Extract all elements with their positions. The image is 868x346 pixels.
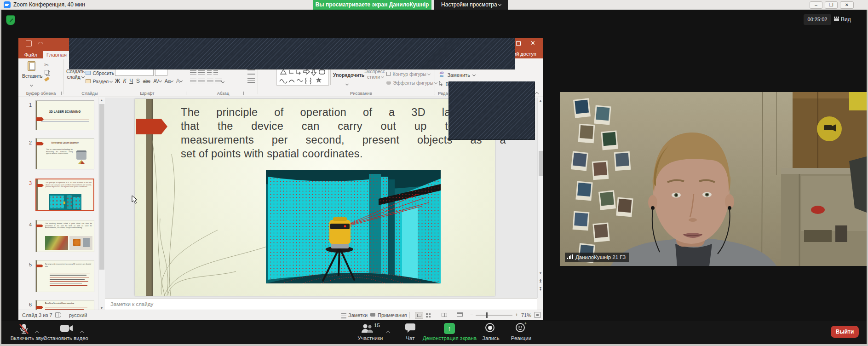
slide-thumbnail-2[interactable]: Terrestrial Laser Scanner This is a non-…: [35, 138, 94, 169]
chat-icon[interactable]: [405, 323, 415, 334]
clipboard-dialog-launcher[interactable]: [58, 92, 62, 95]
zoom-slider-track[interactable]: [476, 315, 512, 316]
slide-thumbnail-6[interactable]: Benefits of terrestrial laser scanning:: [35, 300, 94, 311]
thumbnails-scrollbar[interactable]: ▲ ▼: [98, 98, 105, 311]
grid-icon: [834, 17, 839, 21]
bold-button[interactable]: Ж: [115, 78, 120, 84]
ppt-close-icon[interactable]: ✕: [530, 40, 535, 46]
new-slide-button[interactable]: Создать слайд: [66, 69, 85, 80]
font-dialog-launcher[interactable]: [183, 92, 186, 95]
security-shield-icon[interactable]: [6, 15, 15, 25]
tab-file[interactable]: Файл: [21, 51, 41, 58]
zoom-level[interactable]: 71%: [521, 310, 531, 320]
change-case-button[interactable]: Aa: [165, 78, 171, 84]
window-title: Zoom Конференция, 40 мин: [13, 1, 85, 8]
arrange-button[interactable]: Упорядочить: [333, 72, 364, 78]
language-indicator[interactable]: русский: [69, 310, 87, 320]
notes-pane[interactable]: Заметки к слайду: [105, 298, 537, 310]
shapes-gallery[interactable]: [276, 67, 329, 86]
group-clipboard-label: Буфер обмена: [19, 91, 63, 96]
maximize-button[interactable]: ❐: [825, 1, 838, 9]
reactions-button[interactable]: Реакции: [504, 335, 539, 341]
reading-view-button[interactable]: [442, 313, 447, 317]
text-direction-button[interactable]: [247, 69, 255, 75]
font-name-input[interactable]: [115, 69, 154, 76]
slideshow-button[interactable]: [457, 312, 463, 317]
convert-smartart-button[interactable]: [247, 78, 255, 83]
undo-icon[interactable]: [38, 42, 43, 45]
zoom-toolbar: Включить звук Остановить видео 15 Участн…: [1, 321, 867, 344]
zoom-out-button[interactable]: −: [470, 310, 473, 320]
slide-scrollbar[interactable]: ▲ ▼ ▲▲ ▼▼: [537, 98, 543, 298]
thumb5-title: By range and measurement accuracy 3D sca…: [45, 263, 91, 267]
zoom-slider-thumb[interactable]: [486, 312, 488, 318]
replace-button[interactable]: ab ac Заменить: [438, 70, 475, 79]
zoom-in-button[interactable]: +: [515, 310, 518, 320]
close-button[interactable]: ✕: [840, 1, 854, 9]
paste-button[interactable]: Вставить: [22, 60, 41, 89]
paragraph-dialog-launcher[interactable]: [240, 92, 244, 95]
comments-toggle[interactable]: Примечания: [378, 310, 407, 320]
shape-effects-button[interactable]: Эффекты фигуры: [386, 78, 437, 86]
cut-icon[interactable]: ✂: [44, 62, 49, 68]
slide-scrollbar-thumb[interactable]: [539, 151, 543, 176]
char-spacing-button[interactable]: AV: [153, 79, 159, 84]
participants-caret[interactable]: [387, 328, 390, 336]
reactions-icon[interactable]: +: [516, 323, 525, 332]
replace-icon: ab ac: [438, 71, 445, 77]
current-slide[interactable]: The principle of operation of a 3D laser…: [135, 99, 495, 296]
tab-home[interactable]: Главная: [43, 51, 70, 58]
share-button-fragment[interactable]: ий доступ: [513, 51, 536, 57]
notes-icon: [341, 313, 346, 318]
participant-video[interactable]: [560, 92, 867, 266]
camera-icon[interactable]: [60, 324, 73, 333]
record-button[interactable]: Запись: [473, 335, 508, 341]
collapse-ribbon-button[interactable]: [535, 89, 538, 97]
reset-button[interactable]: Сбросить: [86, 69, 114, 77]
slide-thumbnail-5[interactable]: By range and measurement accuracy 3D sca…: [35, 260, 94, 292]
screenshare-privacy-overlay-right: [448, 81, 535, 140]
leave-meeting-button[interactable]: Выйти: [831, 326, 859, 338]
microphone-muted-icon[interactable]: [19, 323, 29, 334]
stop-video-button[interactable]: Остановить видео: [40, 335, 91, 341]
record-icon[interactable]: [485, 323, 494, 332]
thumb1-title: 3D LASER SCANNING: [36, 110, 94, 113]
select-button[interactable]: В: [439, 80, 448, 88]
font-size-input[interactable]: [155, 69, 167, 76]
italic-button[interactable]: К: [123, 78, 126, 84]
reset-label: Сбросить: [92, 70, 114, 76]
slide-sorter-view-button[interactable]: [426, 313, 431, 317]
thumb3-body: The principle of operation of a 3D laser…: [46, 182, 92, 188]
share-screen-button[interactable]: Демонстрация экрана: [421, 335, 478, 341]
scrollbar-thumb[interactable]: [99, 104, 104, 270]
section-button[interactable]: Раздел: [86, 77, 112, 85]
screenshare-privacy-overlay-top: [69, 38, 515, 69]
shape-outline-button[interactable]: Контур фигуры: [386, 69, 430, 78]
underline-button[interactable]: Ч: [129, 78, 133, 84]
copy-icon[interactable]: [45, 70, 49, 75]
quick-styles-button[interactable]: Экспресс- стили: [364, 69, 386, 80]
align-buttons[interactable]: [190, 77, 224, 86]
view-layout-button[interactable]: Вид: [834, 14, 859, 25]
minimize-button[interactable]: –: [810, 1, 822, 9]
share-screen-icon[interactable]: ↑: [444, 323, 455, 334]
slide-thumbnail-1[interactable]: 3D LASER SCANNING: [35, 100, 94, 130]
strikethrough-button[interactable]: abc: [143, 79, 150, 84]
slide-thumbnail-4[interactable]: The resulting dataset called a point clo…: [35, 220, 94, 252]
slide-thumbnail-3-selected[interactable]: The principle of operation of a 3D laser…: [35, 179, 94, 211]
notes-toggle[interactable]: Заметки: [348, 310, 368, 320]
restore-window-icon[interactable]: [516, 41, 521, 46]
video-options-caret[interactable]: [80, 328, 83, 336]
shadow-button[interactable]: S: [136, 78, 140, 84]
spellcheck-icon[interactable]: [55, 312, 61, 317]
view-options-dropdown[interactable]: Настройки просмотра: [434, 0, 508, 10]
format-painter-icon[interactable]: [44, 77, 50, 82]
list-buttons[interactable]: [190, 69, 218, 77]
save-icon[interactable]: [26, 40, 32, 46]
font-format-buttons: Ж К Ч S abc AV Aa А: [115, 78, 189, 84]
participants-icon[interactable]: [361, 323, 373, 334]
normal-view-button[interactable]: [415, 312, 423, 319]
participants-button[interactable]: Участники: [347, 335, 393, 341]
mic-options-caret[interactable]: [35, 328, 38, 336]
fit-to-window-button[interactable]: [535, 312, 540, 318]
